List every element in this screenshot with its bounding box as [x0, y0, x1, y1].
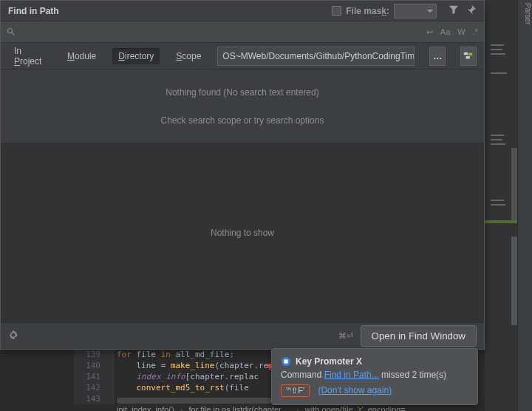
recursive-toggle[interactable] — [460, 47, 477, 66]
tool-window-tab-parser[interactable]: Parser — [517, 0, 532, 411]
horizontal-scrollbar[interactable] — [117, 398, 272, 404]
search-icon — [7, 26, 20, 38]
search-input[interactable] — [20, 27, 426, 38]
nothing-to-show-label: Nothing to show — [211, 228, 274, 238]
nothing-found-label: Nothing found (No search text entered) — [166, 87, 318, 98]
breadcrumb-segment[interactable]: for file in os.listdir(chapter ... — [188, 405, 290, 411]
find-in-path-dialog: Find in Path File mask: ↩︎ Aa W .* In Pr… — [0, 0, 485, 350]
parser-tab-label: Parser — [524, 3, 532, 24]
svg-line-1 — [12, 32, 15, 35]
dont-show-again-link[interactable]: (Don't show again) — [318, 385, 392, 395]
editor-minimap[interactable] — [485, 0, 517, 411]
svg-point-0 — [8, 28, 13, 33]
svg-rect-4 — [468, 52, 472, 55]
newline-toggle[interactable]: ↩︎ — [426, 27, 433, 37]
dialog-title: Find in Path — [8, 6, 59, 16]
find-in-path-link[interactable]: Find in Path... — [324, 370, 379, 380]
directory-path-combo[interactable]: OS~MWeb/Documents/Github/PythonCodingTim… — [217, 47, 415, 66]
scope-project[interactable]: In Project — [8, 43, 51, 69]
file-mask-checkbox[interactable] — [332, 6, 341, 16]
plugin-icon — [281, 356, 291, 367]
match-case-toggle[interactable]: Aa — [440, 27, 450, 37]
file-mask-label: File mask: — [346, 6, 389, 16]
breadcrumb-segment[interactable]: with open(file, 'r', encoding= ... — [305, 405, 415, 411]
balloon-text: missed 2 time(s) — [379, 370, 446, 380]
svg-rect-3 — [466, 56, 470, 59]
check-scope-label: Check search scope or try search options — [161, 115, 324, 126]
gear-icon[interactable] — [8, 330, 18, 342]
breadcrumb-segment[interactable]: init_index_info() — [117, 405, 174, 411]
filter-icon[interactable] — [449, 4, 459, 17]
scope-scope[interactable]: Scope — [170, 48, 207, 64]
shortcut-badge: '^⇧F' — [281, 384, 310, 397]
balloon-title: Key Promoter X — [296, 356, 362, 367]
scope-directory[interactable]: Directory — [112, 48, 160, 64]
words-toggle[interactable]: W — [457, 27, 465, 37]
regex-toggle[interactable]: .* — [473, 27, 478, 37]
shortcut-hint: ⌘⏎ — [338, 331, 353, 341]
file-mask-combo[interactable] — [394, 4, 437, 18]
balloon-text: Command — [281, 370, 324, 380]
directory-path-text: OS~MWeb/Documents/Github/PythonCodingTim… — [222, 51, 415, 61]
key-promoter-balloon: Key Promoter X Command Find in Path... m… — [271, 348, 478, 405]
svg-rect-6 — [284, 359, 287, 363]
open-in-find-window-button[interactable]: Open in Find Window — [361, 325, 477, 347]
browse-button[interactable]: … — [429, 47, 446, 66]
svg-rect-2 — [464, 52, 468, 55]
gutter: 139140141142143 — [74, 349, 105, 404]
scope-module[interactable]: Module — [61, 48, 102, 64]
pin-icon[interactable] — [466, 4, 477, 17]
breadcrumb[interactable]: init_index_info() › for file in os.listd… — [117, 405, 415, 411]
